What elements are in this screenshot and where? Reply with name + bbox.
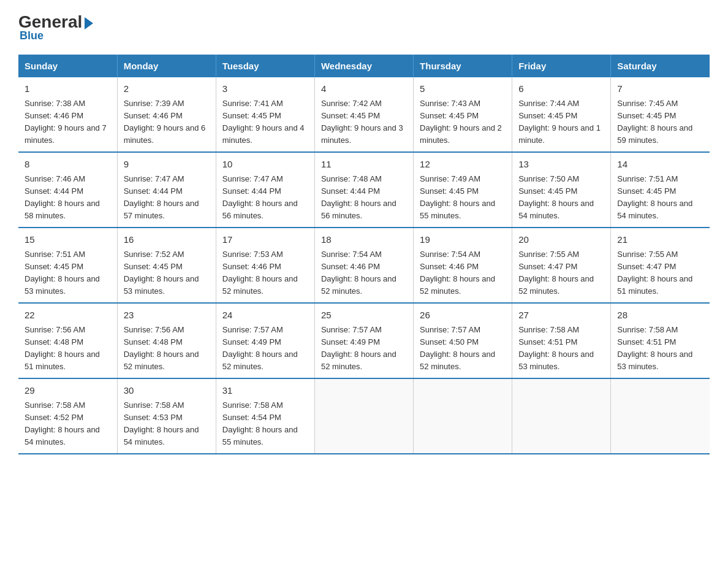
calendar-cell: 24Sunrise: 7:57 AMSunset: 4:49 PMDayligh…	[216, 303, 314, 378]
calendar-cell	[611, 378, 710, 454]
logo-arrow-icon	[85, 17, 93, 29]
calendar-cell: 17Sunrise: 7:53 AMSunset: 4:46 PMDayligh…	[216, 228, 314, 303]
calendar-cell	[512, 378, 611, 454]
day-info: Sunrise: 7:55 AMSunset: 4:47 PMDaylight:…	[518, 248, 604, 298]
calendar-cell: 20Sunrise: 7:55 AMSunset: 4:47 PMDayligh…	[512, 228, 611, 303]
calendar-table: SundayMondayTuesdayWednesdayThursdayFrid…	[18, 55, 710, 454]
calendar-cell: 7Sunrise: 7:45 AMSunset: 4:45 PMDaylight…	[611, 77, 710, 152]
logo: General Blue	[18, 12, 96, 42]
day-info: Sunrise: 7:56 AMSunset: 4:48 PMDaylight:…	[25, 324, 111, 373]
day-number: 30	[124, 384, 210, 398]
day-info: Sunrise: 7:57 AMSunset: 4:49 PMDaylight:…	[321, 324, 407, 373]
day-number: 3	[222, 82, 308, 96]
day-number: 21	[617, 233, 703, 247]
weekday-header-thursday: Thursday	[414, 55, 512, 77]
calendar-cell: 8Sunrise: 7:46 AMSunset: 4:44 PMDaylight…	[18, 152, 117, 228]
day-number: 29	[25, 384, 111, 398]
day-info: Sunrise: 7:56 AMSunset: 4:48 PMDaylight:…	[124, 324, 210, 373]
calendar-cell: 18Sunrise: 7:54 AMSunset: 4:46 PMDayligh…	[314, 228, 413, 303]
day-number: 25	[321, 308, 407, 323]
calendar-cell: 3Sunrise: 7:41 AMSunset: 4:45 PMDaylight…	[216, 77, 314, 152]
day-info: Sunrise: 7:57 AMSunset: 4:49 PMDaylight:…	[222, 324, 308, 373]
day-info: Sunrise: 7:49 AMSunset: 4:45 PMDaylight:…	[420, 173, 506, 223]
day-number: 12	[420, 158, 506, 172]
day-info: Sunrise: 7:41 AMSunset: 4:45 PMDaylight:…	[222, 98, 308, 147]
day-number: 26	[420, 308, 506, 323]
day-number: 9	[124, 158, 210, 172]
day-info: Sunrise: 7:57 AMSunset: 4:50 PMDaylight:…	[420, 324, 506, 373]
calendar-cell	[414, 378, 512, 454]
calendar-cell: 16Sunrise: 7:52 AMSunset: 4:45 PMDayligh…	[117, 228, 216, 303]
calendar-cell: 10Sunrise: 7:47 AMSunset: 4:44 PMDayligh…	[216, 152, 314, 228]
day-info: Sunrise: 7:58 AMSunset: 4:51 PMDaylight:…	[617, 324, 703, 373]
day-info: Sunrise: 7:43 AMSunset: 4:45 PMDaylight:…	[420, 98, 506, 147]
logo-tagline: Blue	[20, 29, 44, 42]
weekday-header-monday: Monday	[117, 55, 216, 77]
day-number: 14	[617, 158, 703, 172]
day-info: Sunrise: 7:39 AMSunset: 4:46 PMDaylight:…	[124, 98, 210, 147]
day-number: 1	[25, 82, 111, 96]
week-row-2: 8Sunrise: 7:46 AMSunset: 4:44 PMDaylight…	[18, 152, 710, 228]
weekday-header-saturday: Saturday	[611, 55, 710, 77]
calendar-cell: 28Sunrise: 7:58 AMSunset: 4:51 PMDayligh…	[611, 303, 710, 378]
day-info: Sunrise: 7:44 AMSunset: 4:45 PMDaylight:…	[518, 98, 604, 147]
day-number: 4	[321, 82, 407, 96]
calendar-cell: 27Sunrise: 7:58 AMSunset: 4:51 PMDayligh…	[512, 303, 611, 378]
calendar-cell: 15Sunrise: 7:51 AMSunset: 4:45 PMDayligh…	[18, 228, 117, 303]
calendar-cell: 26Sunrise: 7:57 AMSunset: 4:50 PMDayligh…	[414, 303, 512, 378]
week-row-5: 29Sunrise: 7:58 AMSunset: 4:52 PMDayligh…	[18, 378, 710, 454]
day-number: 24	[222, 308, 308, 323]
page-header: General Blue	[18, 12, 710, 42]
calendar-cell: 2Sunrise: 7:39 AMSunset: 4:46 PMDaylight…	[117, 77, 216, 152]
day-number: 23	[124, 308, 210, 323]
day-info: Sunrise: 7:54 AMSunset: 4:46 PMDaylight:…	[321, 248, 407, 298]
weekday-header-friday: Friday	[512, 55, 611, 77]
calendar-cell: 22Sunrise: 7:56 AMSunset: 4:48 PMDayligh…	[18, 303, 117, 378]
weekday-header-row: SundayMondayTuesdayWednesdayThursdayFrid…	[18, 55, 710, 77]
calendar-cell: 14Sunrise: 7:51 AMSunset: 4:45 PMDayligh…	[611, 152, 710, 228]
day-info: Sunrise: 7:48 AMSunset: 4:44 PMDaylight:…	[321, 173, 407, 223]
day-info: Sunrise: 7:55 AMSunset: 4:47 PMDaylight:…	[617, 248, 703, 298]
calendar-cell: 29Sunrise: 7:58 AMSunset: 4:52 PMDayligh…	[18, 378, 117, 454]
day-number: 2	[124, 82, 210, 96]
day-info: Sunrise: 7:38 AMSunset: 4:46 PMDaylight:…	[25, 98, 111, 147]
day-info: Sunrise: 7:53 AMSunset: 4:46 PMDaylight:…	[222, 248, 308, 298]
calendar-cell: 12Sunrise: 7:49 AMSunset: 4:45 PMDayligh…	[414, 152, 512, 228]
day-info: Sunrise: 7:58 AMSunset: 4:52 PMDaylight:…	[25, 399, 111, 449]
calendar-cell: 9Sunrise: 7:47 AMSunset: 4:44 PMDaylight…	[117, 152, 216, 228]
day-number: 17	[222, 233, 308, 247]
weekday-header-sunday: Sunday	[18, 55, 117, 77]
day-info: Sunrise: 7:47 AMSunset: 4:44 PMDaylight:…	[124, 173, 210, 223]
day-info: Sunrise: 7:58 AMSunset: 4:53 PMDaylight:…	[124, 399, 210, 449]
day-info: Sunrise: 7:58 AMSunset: 4:54 PMDaylight:…	[222, 399, 308, 449]
day-info: Sunrise: 7:52 AMSunset: 4:45 PMDaylight:…	[124, 248, 210, 298]
day-info: Sunrise: 7:51 AMSunset: 4:45 PMDaylight:…	[25, 248, 111, 298]
day-number: 10	[222, 158, 308, 172]
day-info: Sunrise: 7:54 AMSunset: 4:46 PMDaylight:…	[420, 248, 506, 298]
calendar-cell: 19Sunrise: 7:54 AMSunset: 4:46 PMDayligh…	[414, 228, 512, 303]
week-row-4: 22Sunrise: 7:56 AMSunset: 4:48 PMDayligh…	[18, 303, 710, 378]
calendar-cell: 21Sunrise: 7:55 AMSunset: 4:47 PMDayligh…	[611, 228, 710, 303]
day-info: Sunrise: 7:46 AMSunset: 4:44 PMDaylight:…	[25, 173, 111, 223]
weekday-header-tuesday: Tuesday	[216, 55, 314, 77]
calendar-cell: 11Sunrise: 7:48 AMSunset: 4:44 PMDayligh…	[314, 152, 413, 228]
calendar-cell: 23Sunrise: 7:56 AMSunset: 4:48 PMDayligh…	[117, 303, 216, 378]
day-info: Sunrise: 7:42 AMSunset: 4:45 PMDaylight:…	[321, 98, 407, 147]
calendar-cell	[314, 378, 413, 454]
calendar-cell: 31Sunrise: 7:58 AMSunset: 4:54 PMDayligh…	[216, 378, 314, 454]
day-number: 31	[222, 384, 308, 398]
day-number: 15	[25, 233, 111, 247]
day-number: 27	[518, 308, 604, 323]
calendar-cell: 25Sunrise: 7:57 AMSunset: 4:49 PMDayligh…	[314, 303, 413, 378]
day-number: 5	[420, 82, 506, 96]
day-number: 28	[617, 308, 703, 323]
calendar-cell: 5Sunrise: 7:43 AMSunset: 4:45 PMDaylight…	[414, 77, 512, 152]
day-number: 8	[25, 158, 111, 172]
week-row-1: 1Sunrise: 7:38 AMSunset: 4:46 PMDaylight…	[18, 77, 710, 152]
day-number: 20	[518, 233, 604, 247]
calendar-cell: 6Sunrise: 7:44 AMSunset: 4:45 PMDaylight…	[512, 77, 611, 152]
calendar-cell: 4Sunrise: 7:42 AMSunset: 4:45 PMDaylight…	[314, 77, 413, 152]
calendar-cell: 1Sunrise: 7:38 AMSunset: 4:46 PMDaylight…	[18, 77, 117, 152]
day-number: 11	[321, 158, 407, 172]
day-number: 6	[518, 82, 604, 96]
